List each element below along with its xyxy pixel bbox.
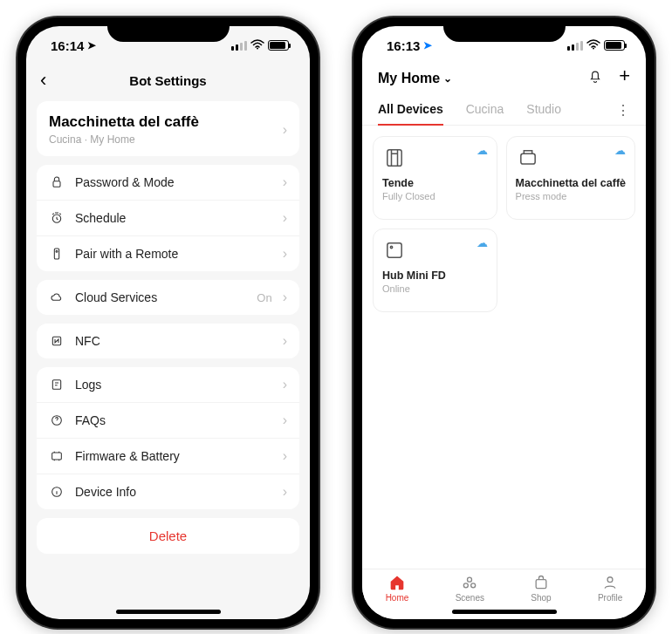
svg-rect-11 — [387, 150, 401, 167]
svg-point-17 — [471, 583, 476, 588]
row-label: Pair with a Remote — [75, 247, 272, 261]
svg-point-14 — [390, 246, 392, 248]
device-name: Macchinetta del caffè — [49, 113, 199, 131]
device-header-card[interactable]: Macchinetta del caffè Cucina · My Home › — [37, 101, 299, 156]
nav-label: Home — [386, 593, 409, 603]
phone-bot-settings: 16:14 ➤ ‹ Bot Settings Macchinetta del c… — [17, 17, 319, 628]
cloud-icon: ☁ — [477, 236, 488, 249]
row-label: Firmware & Battery — [75, 449, 272, 463]
row-schedule[interactable]: Schedule › — [37, 200, 299, 235]
chevron-right-icon: › — [283, 484, 287, 500]
device-name: Macchinetta del caffè — [516, 177, 626, 189]
battery-icon — [604, 40, 625, 51]
row-label: FAQs — [75, 413, 272, 427]
home-label: My Home — [378, 71, 440, 86]
tab-studio[interactable]: Studio — [526, 95, 561, 125]
row-cloud-services[interactable]: Cloud Services On › — [37, 280, 299, 315]
add-button[interactable]: + — [619, 68, 630, 88]
device-name: Tende — [382, 177, 488, 189]
more-icon[interactable]: ⋮ — [616, 102, 630, 119]
bell-icon[interactable] — [587, 68, 603, 88]
chevron-right-icon: › — [283, 448, 287, 464]
chevron-right-icon: › — [283, 377, 287, 392]
settings-group-1: Password & Mode › Schedule › Pair with a… — [37, 165, 299, 271]
svg-rect-8 — [52, 453, 62, 460]
row-password-mode[interactable]: Password & Mode › — [37, 165, 299, 200]
device-path: Cucina · My Home — [49, 133, 199, 146]
nav-label: Shop — [531, 593, 551, 603]
info-icon — [49, 485, 65, 499]
chevron-right-icon: › — [283, 174, 287, 190]
device-status: Fully Closed — [382, 191, 488, 201]
bot-icon — [516, 146, 540, 170]
device-name: Hub Mini FD — [382, 269, 488, 282]
row-nfc[interactable]: NFC › — [37, 324, 299, 358]
notch — [107, 17, 230, 42]
topbar: My Home ⌄ + — [362, 65, 646, 95]
row-faqs[interactable]: FAQs › — [37, 402, 299, 438]
device-tile-tende[interactable]: ☁ Tende Fully Closed — [373, 136, 497, 220]
delete-button[interactable]: Delete — [37, 518, 299, 554]
chevron-right-icon: › — [283, 412, 287, 428]
svg-rect-3 — [54, 249, 58, 259]
device-grid: ☁ Tende Fully Closed ☁ Macchinetta del c… — [362, 126, 646, 323]
row-logs[interactable]: Logs › — [37, 367, 299, 402]
remote-icon — [49, 247, 65, 261]
svg-rect-18 — [536, 580, 546, 589]
firmware-icon — [49, 449, 65, 463]
notch — [443, 17, 566, 42]
wifi-icon — [586, 39, 600, 52]
home-indicator[interactable] — [452, 610, 557, 614]
curtain-icon — [382, 146, 407, 170]
nav-profile[interactable]: Profile — [598, 574, 622, 603]
row-device-info[interactable]: Device Info › — [37, 474, 299, 509]
device-tile-macchinetta[interactable]: ☁ Macchinetta del caffè Press mode — [506, 136, 635, 220]
chevron-right-icon: › — [283, 210, 287, 226]
device-tile-hub[interactable]: ☁ Hub Mini FD Online — [373, 228, 497, 312]
row-label: Password & Mode — [75, 175, 272, 189]
chevron-right-icon: › — [283, 290, 287, 305]
phone-home: 16:13 ➤ My Home ⌄ + All Devices — [353, 17, 655, 628]
device-status: Online — [382, 283, 488, 294]
location-icon: ➤ — [423, 39, 432, 51]
page-title: Bot Settings — [129, 73, 206, 88]
settings-group-2: Cloud Services On › — [37, 280, 299, 315]
nav-shop[interactable]: Shop — [531, 574, 551, 603]
svg-point-10 — [593, 47, 594, 49]
nfc-icon — [49, 334, 65, 348]
tab-all-devices[interactable]: All Devices — [378, 95, 443, 125]
back-button[interactable]: ‹ — [40, 69, 46, 92]
navbar: ‹ Bot Settings — [26, 65, 310, 96]
svg-rect-13 — [387, 243, 401, 257]
chevron-right-icon: › — [283, 122, 287, 138]
row-label: Logs — [75, 378, 272, 392]
faq-icon — [49, 413, 65, 427]
nav-label: Profile — [598, 593, 622, 603]
row-pair-remote[interactable]: Pair with a Remote › — [37, 235, 299, 271]
cloud-icon — [49, 290, 65, 304]
row-label: Device Info — [75, 485, 272, 499]
svg-rect-1 — [53, 181, 60, 187]
wifi-icon — [250, 39, 264, 52]
cellular-icon — [567, 41, 583, 51]
logs-icon — [49, 378, 65, 392]
svg-point-16 — [464, 583, 469, 588]
cloud-icon: ☁ — [477, 144, 488, 157]
row-firmware-battery[interactable]: Firmware & Battery › — [37, 438, 299, 474]
nav-home[interactable]: Home — [386, 574, 409, 603]
svg-point-15 — [468, 577, 472, 582]
tab-cucina[interactable]: Cucina — [466, 95, 504, 125]
home-indicator[interactable] — [116, 610, 221, 614]
status-time: 16:14 — [51, 38, 84, 53]
home-selector[interactable]: My Home ⌄ — [378, 71, 452, 86]
row-label: Schedule — [75, 211, 272, 225]
device-status: Press mode — [516, 191, 626, 201]
status-time: 16:13 — [387, 38, 420, 53]
svg-rect-12 — [520, 153, 534, 164]
chevron-right-icon: › — [283, 246, 287, 262]
svg-point-19 — [607, 577, 613, 583]
nav-scenes[interactable]: Scenes — [456, 574, 484, 603]
svg-point-4 — [56, 250, 58, 252]
clock-icon — [49, 211, 65, 225]
row-value: On — [257, 291, 271, 304]
